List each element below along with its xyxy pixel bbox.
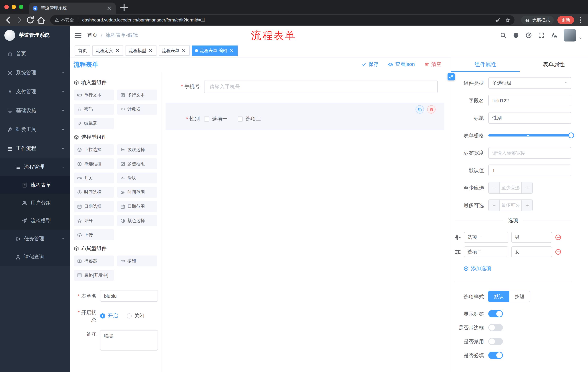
form-name-input[interactable] [100, 290, 158, 302]
user-avatar[interactable] [564, 29, 576, 42]
back-icon[interactable] [4, 15, 13, 25]
palette-item-editor[interactable]: 编辑器 [74, 118, 114, 129]
with-border-toggle[interactable] [488, 324, 503, 331]
sidebar-item-system[interactable]: 系统管理 [0, 63, 70, 82]
phone-input[interactable] [204, 80, 438, 93]
sidebar-item-home[interactable]: 首页 [0, 44, 70, 63]
home-icon[interactable] [36, 15, 46, 25]
palette-item-single-text[interactable]: 单行文本 [74, 90, 114, 100]
palette-item-date-picker[interactable]: 日期选择 [74, 201, 114, 212]
remove-option-icon[interactable] [555, 249, 561, 255]
palette-item-color-picker[interactable]: 颜色选择 [117, 215, 157, 226]
window-zoom-button[interactable] [19, 5, 23, 9]
search-icon[interactable] [500, 32, 506, 39]
palette-item-multi-text[interactable]: 多行文本 [117, 90, 157, 100]
sidebar-toggle-icon[interactable] [74, 31, 82, 39]
option-label-input[interactable] [464, 246, 508, 257]
sidebar-item-user-group[interactable]: 用户分组 [0, 194, 70, 212]
palette-item-rate[interactable]: 评分 [74, 215, 114, 226]
required-toggle[interactable] [488, 352, 503, 359]
tag-close-icon[interactable] [181, 48, 186, 53]
breadcrumb-home[interactable]: 首页 [87, 32, 97, 39]
anchor-link-chip[interactable] [448, 73, 455, 80]
decrease-button[interactable] [489, 200, 500, 211]
grid-slider[interactable] [488, 130, 571, 141]
sidebar-item-devtools[interactable]: 研发工具 [0, 120, 70, 139]
style-button-button[interactable]: 按钮 [509, 291, 530, 302]
max-select-input[interactable] [500, 200, 521, 211]
component-type-select[interactable] [488, 77, 571, 89]
sidebar-item-infra[interactable]: 基础设施 [0, 101, 70, 120]
palette-item-date-range[interactable]: 日期范围 [117, 201, 157, 212]
delete-component-button[interactable] [427, 105, 436, 114]
tag-close-icon[interactable] [115, 48, 120, 53]
tag-process-definition[interactable]: 流程定义 [92, 45, 123, 56]
title-input[interactable] [488, 112, 571, 124]
tag-close-icon[interactable] [229, 48, 234, 53]
gender-option-1-checkbox[interactable]: 选项一 [204, 116, 227, 122]
tag-home[interactable]: 首页 [75, 45, 90, 56]
palette-item-checkbox-group[interactable]: 多选框组 [117, 158, 157, 169]
status-closed-radio[interactable]: 关闭 [127, 312, 145, 319]
tag-process-form-edit[interactable]: 流程表单-编辑 [192, 45, 238, 56]
save-button[interactable]: 保存 [361, 61, 378, 68]
palette-item-password[interactable]: 密码 [74, 104, 114, 115]
max-select-stepper[interactable] [488, 200, 533, 211]
slider-handle[interactable] [568, 132, 574, 138]
gender-option-2-checkbox[interactable]: 选项二 [238, 116, 261, 122]
avatar-caret-icon[interactable] [578, 36, 582, 40]
sidebar-item-process-mgmt[interactable]: 流程管理 [0, 158, 70, 176]
tab-form-props[interactable]: 表单属性 [520, 57, 588, 72]
browser-menu-icon[interactable] [577, 16, 584, 24]
sidebar-item-process-form[interactable]: 流程表单 [0, 176, 70, 194]
palette-item-select[interactable]: 下拉选择 [74, 144, 114, 155]
slider-track[interactable] [488, 134, 571, 137]
palette-item-radio-group[interactable]: 单选框组 [74, 158, 114, 169]
security-status[interactable]: 不安全 [55, 17, 74, 23]
remove-option-icon[interactable] [555, 234, 561, 241]
palette-item-counter[interactable]: 123计数器 [117, 104, 157, 115]
form-remark-textarea[interactable]: 嘿嘿 [100, 330, 158, 351]
option-value-input[interactable] [511, 232, 552, 243]
palette-item-cascader[interactable]: 级联选择 [117, 144, 157, 155]
tag-close-icon[interactable] [148, 48, 153, 53]
bookmark-star-icon[interactable] [505, 18, 510, 22]
checkbox-box[interactable] [238, 117, 243, 122]
decrease-button[interactable] [489, 182, 500, 193]
palette-item-upload[interactable]: 上传 [74, 229, 114, 240]
new-tab-button[interactable] [119, 3, 129, 12]
address-bar[interactable]: 不安全 dashboard.yudao.iocoder.cn/bpm/manag… [50, 15, 514, 25]
sidebar-item-process-model[interactable]: 流程模型 [0, 212, 70, 230]
checkbox-box[interactable] [204, 117, 209, 122]
show-label-toggle[interactable] [488, 310, 503, 317]
add-option-button[interactable]: 添加选项 [463, 265, 491, 272]
label-width-input[interactable] [488, 147, 571, 159]
copy-component-button[interactable] [416, 105, 424, 114]
font-size-icon[interactable] [551, 32, 557, 39]
min-select-stepper[interactable] [488, 182, 533, 194]
increase-button[interactable] [521, 200, 532, 211]
reload-icon[interactable] [25, 15, 35, 25]
field-name-input[interactable] [488, 95, 571, 106]
view-json-button[interactable]: 查看json [388, 61, 415, 68]
window-minimize-button[interactable] [12, 5, 16, 9]
palette-item-time-picker[interactable]: 时间选择 [74, 187, 114, 198]
status-open-radio[interactable]: 开启 [100, 312, 118, 319]
password-key-icon[interactable] [496, 18, 500, 22]
drag-handle-icon[interactable] [455, 234, 461, 240]
selected-component-gender[interactable]: 性别 选项一 选项二 [166, 103, 444, 130]
tab-close-icon[interactable] [106, 5, 112, 11]
palette-item-switch[interactable]: 开关 [74, 172, 114, 183]
clear-button[interactable]: 清空 [424, 61, 441, 68]
fullscreen-icon[interactable] [538, 32, 545, 39]
palette-item-time-range[interactable]: 时间范围 [117, 187, 157, 198]
drag-handle-icon[interactable] [455, 249, 461, 255]
tag-process-form[interactable]: 流程表单 [159, 45, 189, 56]
sidebar-item-workflow[interactable]: 工作流程 [0, 139, 70, 158]
default-value-input[interactable] [488, 165, 571, 176]
increase-button[interactable] [521, 182, 532, 193]
github-icon[interactable] [513, 32, 519, 39]
sidebar-item-leave-query[interactable]: 请假查询 [0, 248, 70, 266]
palette-item-button[interactable]: 按钮 [117, 255, 157, 266]
window-close-button[interactable] [4, 5, 9, 9]
